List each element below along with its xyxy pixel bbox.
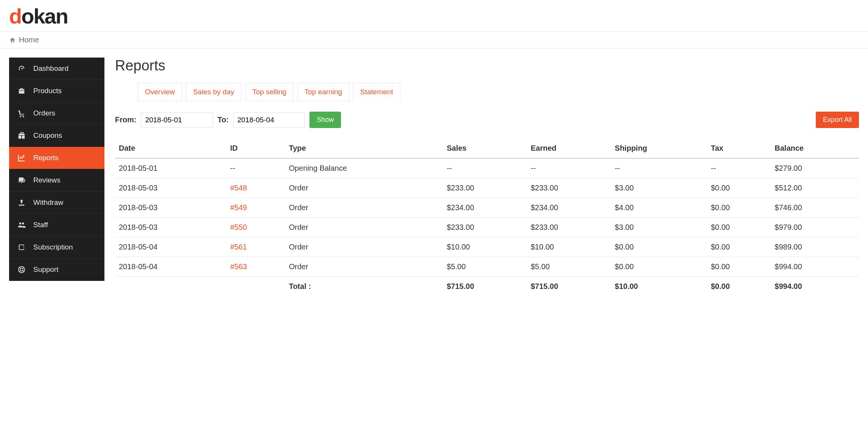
cell-tax: $0.00 <box>707 218 771 237</box>
cell-sales: $10.00 <box>443 237 527 257</box>
cell-total-sales: $715.00 <box>443 277 527 296</box>
cell-id[interactable]: #549 <box>226 198 285 218</box>
cell-shipping: -- <box>611 158 707 178</box>
cell-shipping: $0.00 <box>611 257 707 277</box>
cell-balance: $979.00 <box>771 218 859 237</box>
tab-top-earning[interactable]: Top earning <box>297 83 349 101</box>
cell-id[interactable]: #550 <box>226 218 285 237</box>
cell-tax: $0.00 <box>707 237 771 257</box>
comments-icon <box>17 176 26 184</box>
export-all-button[interactable]: Export All <box>816 112 859 128</box>
col-sales: Sales <box>443 139 527 158</box>
sidebar-item-dashboard[interactable]: Dashboard <box>9 58 104 80</box>
sidebar-item-staff[interactable]: Staff <box>9 214 104 236</box>
cell-balance: $994.00 <box>771 257 859 277</box>
cell-tax: $0.00 <box>707 257 771 277</box>
breadcrumb-home[interactable]: Home <box>19 36 39 44</box>
life-ring-icon <box>17 265 26 274</box>
sidebar-item-label: Orders <box>33 109 55 117</box>
sidebar-item-reports[interactable]: Reports <box>9 147 104 169</box>
to-date-input[interactable] <box>233 112 305 128</box>
cell-type: Order <box>285 257 443 277</box>
sidebar-item-label: Staff <box>33 221 48 229</box>
cell-total-shipping: $10.00 <box>611 277 707 296</box>
chart-line-icon <box>17 154 26 162</box>
sidebar: DashboardProductsOrdersCouponsReportsRev… <box>9 58 104 281</box>
cell-empty <box>226 277 285 296</box>
svg-point-1 <box>20 268 23 271</box>
tab-statement[interactable]: Statement <box>353 83 400 101</box>
col-id: ID <box>226 139 285 158</box>
table-row: 2018-05-04#561Order$10.00$10.00$0.00$0.0… <box>115 237 859 257</box>
breadcrumb: Home <box>0 31 868 48</box>
to-label: To: <box>218 115 229 124</box>
sidebar-item-subscription[interactable]: Subscription <box>9 236 104 259</box>
cell-total-balance: $994.00 <box>771 277 859 296</box>
cell-type: Order <box>285 237 443 257</box>
sidebar-item-coupons[interactable]: Coupons <box>9 125 104 147</box>
col-earned: Earned <box>527 139 611 158</box>
brand-logo[interactable]: dokan <box>9 4 68 28</box>
sidebar-item-orders[interactable]: Orders <box>9 102 104 125</box>
cell-sales: $5.00 <box>443 257 527 277</box>
table-row: 2018-05-04#563Order$5.00$5.00$0.00$0.00$… <box>115 257 859 277</box>
cell-date: 2018-05-03 <box>115 198 226 218</box>
cell-balance: $746.00 <box>771 198 859 218</box>
col-tax: Tax <box>707 139 771 158</box>
cell-sales: $233.00 <box>443 178 527 198</box>
date-filter-bar: From: To: Show Export All <box>115 112 859 128</box>
tab-overview[interactable]: Overview <box>138 83 182 101</box>
cell-date: 2018-05-03 <box>115 218 226 237</box>
col-date: Date <box>115 139 226 158</box>
cell-id[interactable]: #548 <box>226 178 285 198</box>
main-content: Reports OverviewSales by dayTop sellingT… <box>115 58 859 296</box>
sidebar-item-withdraw[interactable]: Withdraw <box>9 192 104 214</box>
from-date-input[interactable] <box>141 112 213 128</box>
cell-tax: $0.00 <box>707 198 771 218</box>
cell-sales: -- <box>443 158 527 178</box>
table-row: 2018-05-03#549Order$234.00$234.00$4.00$0… <box>115 198 859 218</box>
cell-id[interactable]: #563 <box>226 257 285 277</box>
tab-sales-by-day[interactable]: Sales by day <box>186 83 241 101</box>
tab-top-selling[interactable]: Top selling <box>245 83 294 101</box>
page-title: Reports <box>115 58 859 74</box>
cell-shipping: $3.00 <box>611 178 707 198</box>
cell-earned: $5.00 <box>527 257 611 277</box>
sidebar-item-label: Reports <box>33 154 59 162</box>
cell-earned: $10.00 <box>527 237 611 257</box>
table-row: 2018-05-01--Opening Balance--------$279.… <box>115 158 859 178</box>
table-row: 2018-05-03#548Order$233.00$233.00$3.00$0… <box>115 178 859 198</box>
cell-balance: $279.00 <box>771 158 859 178</box>
cell-sales: $234.00 <box>443 198 527 218</box>
cell-tax: -- <box>707 158 771 178</box>
home-icon <box>9 37 16 44</box>
table-total-row: Total :$715.00$715.00$10.00$0.00$994.00 <box>115 277 859 296</box>
sidebar-item-reviews[interactable]: Reviews <box>9 169 104 192</box>
cell-total-label: Total : <box>285 277 443 296</box>
col-balance: Balance <box>771 139 859 158</box>
report-tabs: OverviewSales by dayTop sellingTop earni… <box>138 83 859 101</box>
cell-type: Order <box>285 218 443 237</box>
cell-total-tax: $0.00 <box>707 277 771 296</box>
briefcase-icon <box>17 87 26 95</box>
sidebar-item-label: Support <box>33 265 59 274</box>
cell-earned: $234.00 <box>527 198 611 218</box>
cell-earned: $233.00 <box>527 178 611 198</box>
cell-id: -- <box>226 158 285 178</box>
cell-id[interactable]: #561 <box>226 237 285 257</box>
sidebar-item-label: Dashboard <box>33 64 68 73</box>
upload-icon <box>17 198 26 207</box>
table-header-row: Date ID Type Sales Earned Shipping Tax B… <box>115 139 859 158</box>
cell-date: 2018-05-04 <box>115 237 226 257</box>
cell-type: Opening Balance <box>285 158 443 178</box>
brand-d: d <box>9 4 21 28</box>
cell-date: 2018-05-03 <box>115 178 226 198</box>
cart-icon <box>17 109 26 117</box>
cell-balance: $989.00 <box>771 237 859 257</box>
gift-icon <box>17 131 26 140</box>
sidebar-item-label: Subscription <box>33 243 73 251</box>
cell-type: Order <box>285 198 443 218</box>
sidebar-item-products[interactable]: Products <box>9 80 104 102</box>
sidebar-item-support[interactable]: Support <box>9 259 104 281</box>
show-button[interactable]: Show <box>310 112 341 128</box>
